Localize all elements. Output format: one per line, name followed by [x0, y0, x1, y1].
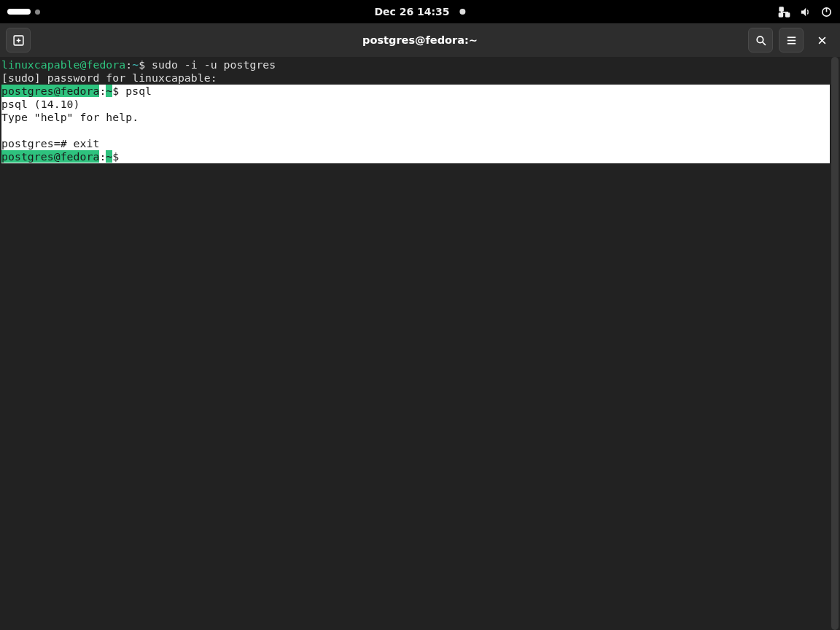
prompt-cmd: $ [112, 150, 125, 163]
volume-icon[interactable] [799, 6, 812, 18]
prompt-tilde: ~ [106, 150, 112, 163]
prompt-user: postgres@fedora [1, 85, 99, 97]
prompt-user: postgres@fedora [1, 150, 99, 163]
clock-text: Dec 26 14:35 [374, 6, 449, 18]
activities-bar-icon [7, 9, 31, 15]
prompt-cmd: $ psql [112, 85, 152, 97]
prompt-sep: : [125, 58, 132, 71]
prompt-sep: : [99, 85, 106, 97]
prompt-tilde: ~ [106, 85, 112, 97]
prompt-user: linuxcapable@fedora [1, 58, 125, 71]
scrollbar-thumb[interactable] [831, 57, 839, 630]
power-icon[interactable] [820, 6, 833, 18]
window-headerbar: postgres@fedora:~ [0, 23, 840, 57]
panel-right[interactable] [778, 0, 833, 23]
svg-point-8 [757, 36, 763, 43]
svg-rect-2 [786, 12, 790, 16]
prompt-sep: : [99, 150, 106, 163]
activities-dot-icon [35, 9, 40, 15]
svg-rect-1 [779, 12, 782, 16]
new-tab-button[interactable] [6, 28, 31, 52]
hamburger-menu-button[interactable] [779, 28, 804, 52]
network-icon[interactable] [778, 6, 790, 18]
svg-line-9 [762, 42, 765, 44]
activities-button[interactable] [7, 9, 40, 15]
window-title: postgres@fedora:~ [362, 34, 478, 46]
search-button[interactable] [748, 28, 773, 52]
prompt-tilde: ~ [132, 58, 139, 71]
svg-rect-0 [779, 7, 783, 11]
panel-left [7, 0, 40, 23]
notification-dot-icon [460, 9, 466, 15]
gnome-top-panel: Dec 26 14:35 [0, 0, 840, 23]
close-window-button[interactable] [809, 28, 834, 52]
scrollbar[interactable] [830, 57, 840, 630]
prompt-cmd: $ sudo -i -u postgres [139, 58, 276, 71]
